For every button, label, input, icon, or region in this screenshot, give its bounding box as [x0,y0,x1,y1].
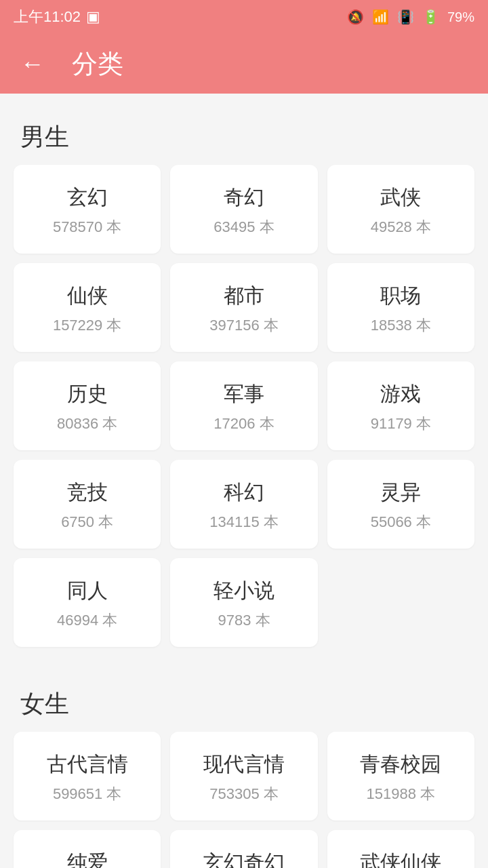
category-card[interactable]: 竞技6750 本 [14,460,161,549]
card-name: 科幻 [224,479,264,507]
card-name: 灵异 [380,479,421,507]
card-count: 55066 本 [371,512,431,532]
card-name: 轻小说 [214,577,274,605]
card-count: 578570 本 [53,217,122,237]
page-title: 分类 [72,47,123,81]
category-card[interactable]: 历史80836 本 [14,361,161,450]
card-name: 竞技 [67,479,108,507]
card-count: 17206 本 [214,414,274,434]
card-count: 6750 本 [61,512,113,532]
status-bar-right: 🔕 📶 📳 🔋 79% [347,9,474,25]
card-count: 18538 本 [371,315,431,336]
category-card[interactable]: 武侠仙侠81786 本 [327,830,474,868]
card-name: 职场 [380,282,421,310]
card-count: 49528 本 [371,217,431,237]
card-name: 玄幻 [67,184,108,212]
category-card[interactable]: 纯爱130456 本 [14,830,161,868]
card-count: 80836 本 [57,414,117,434]
category-card[interactable]: 轻小说9783 本 [170,558,317,647]
card-name: 同人 [67,577,108,605]
category-card[interactable]: 军事17206 本 [170,361,317,450]
section-title-male: 男生 [14,107,474,165]
card-count: 599651 本 [53,784,122,804]
card-name: 历史 [67,380,108,408]
category-card[interactable]: 现代言情753305 本 [170,732,317,821]
content: 男生玄幻578570 本奇幻63495 本武侠49528 本仙侠157229 本… [0,94,488,868]
section-title-female: 女生 [14,674,474,732]
card-count: 753305 本 [209,784,279,804]
sim-icon: ▣ [86,8,100,26]
category-card[interactable]: 奇幻63495 本 [170,165,317,254]
header: ← 分类 [0,34,488,94]
status-bar-left: 上午11:02 ▣ [14,7,100,27]
card-count: 397156 本 [209,315,279,336]
category-card[interactable]: 玄幻奇幻164969 本 [170,830,317,868]
battery-percent: 79% [447,9,474,25]
category-card[interactable]: 灵异55066 本 [327,460,474,549]
category-card[interactable]: 同人46994 本 [14,558,161,647]
card-name: 武侠 [380,184,421,212]
card-name: 游戏 [380,380,421,408]
card-name: 奇幻 [224,184,264,212]
back-button[interactable]: ← [20,50,45,78]
category-card[interactable]: 玄幻578570 本 [14,165,161,254]
card-count: 9783 本 [218,610,270,631]
category-card[interactable]: 古代言情599651 本 [14,732,161,821]
card-count: 91179 本 [371,414,431,434]
card-count: 151988 本 [367,784,436,804]
wifi-icon: 📶 [372,9,389,25]
card-count: 46994 本 [57,610,117,631]
status-time: 上午11:02 [14,7,81,27]
battery-icon: 🔋 [422,9,439,25]
category-card[interactable]: 武侠49528 本 [327,165,474,254]
card-name: 古代言情 [47,751,128,778]
category-card[interactable]: 青春校园151988 本 [327,732,474,821]
category-grid-male: 玄幻578570 本奇幻63495 本武侠49528 本仙侠157229 本都市… [14,165,474,647]
category-card[interactable]: 仙侠157229 本 [14,263,161,352]
category-grid-female: 古代言情599651 本现代言情753305 本青春校园151988 本纯爱13… [14,732,474,868]
card-count: 134115 本 [209,512,279,532]
category-card[interactable]: 游戏91179 本 [327,361,474,450]
card-name: 纯爱 [67,849,108,868]
card-count: 63495 本 [214,217,274,237]
card-count: 157229 本 [53,315,122,336]
card-name: 军事 [224,380,264,408]
category-card[interactable]: 都市397156 本 [170,263,317,352]
status-bar: 上午11:02 ▣ 🔕 📶 📳 🔋 79% [0,0,488,34]
card-name: 现代言情 [203,751,285,778]
card-name: 武侠仙侠 [360,849,441,868]
category-card[interactable]: 职场18538 本 [327,263,474,352]
category-card[interactable]: 科幻134115 本 [170,460,317,549]
card-name: 玄幻奇幻 [203,849,285,868]
card-name: 青春校园 [360,751,441,778]
card-name: 仙侠 [67,282,108,310]
mute-icon: 🔕 [347,9,364,25]
card-name: 都市 [224,282,264,310]
signal-icon: 📳 [397,9,414,25]
